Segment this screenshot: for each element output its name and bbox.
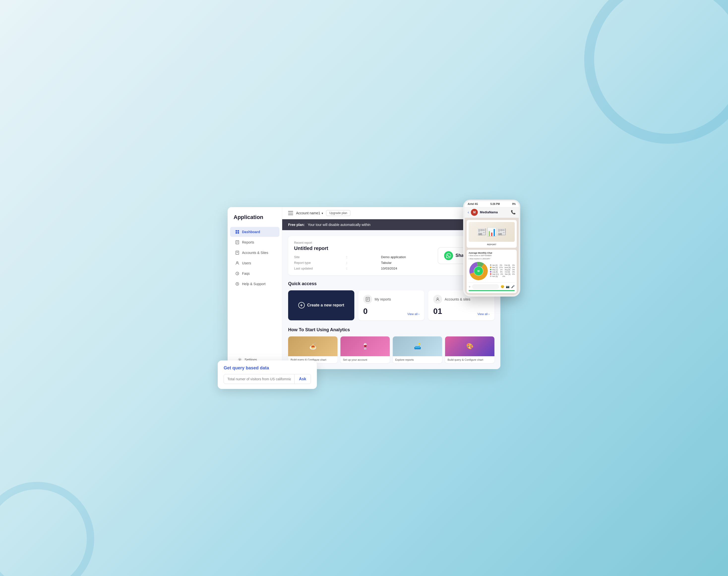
my-reports-header: My reports — [363, 295, 420, 304]
svg-rect-0 — [236, 230, 237, 232]
reports-icon — [235, 240, 240, 244]
accounts-sites-count: 01 — [433, 307, 442, 316]
sidebar-item-faqs[interactable]: ? Faqs — [230, 268, 279, 279]
hamburger-icon[interactable] — [288, 211, 293, 215]
svg-text:?: ? — [237, 272, 238, 275]
tutorial-label-2: Set up your account — [341, 356, 390, 363]
query-input[interactable] — [224, 375, 294, 383]
phone-app-header: ‹ M MediaNama 📞 — [465, 207, 519, 218]
account-selector[interactable]: Account name1 — [296, 211, 323, 215]
create-new-report-button[interactable]: + Create a new report — [288, 290, 354, 320]
chart-bubble: Average Monthly Chat • Most active in SE… — [467, 250, 517, 293]
report-stamp-text: REPORT — [469, 243, 515, 246]
account-chevron-icon — [322, 211, 323, 215]
phone-text-input[interactable] — [472, 284, 499, 289]
query-input-row: Ask — [224, 374, 311, 384]
legend-row-may: May [1] 1% Aug [0] 3% — [490, 269, 515, 270]
tutorial-card-4[interactable]: 🎨 Build query & Configure chart — [445, 337, 494, 363]
users-icon — [235, 261, 240, 265]
sidebar: Application Dashboard — [227, 207, 282, 369]
phone-status-bar: Airtel 4G 5:26 PM 9% — [465, 201, 519, 207]
tutorial-thumb-1: 🍝 — [288, 337, 338, 356]
send-button-bar[interactable] — [469, 290, 515, 291]
svg-rect-3 — [238, 232, 239, 234]
report-image-bubble: 📰📊📰 REPORT — [467, 220, 517, 248]
accounts-sites-view-all[interactable]: View all › — [478, 312, 489, 316]
tutorial-card-1[interactable]: 🍝 Build query & Configure chart — [288, 337, 338, 363]
sidebar-item-dashboard[interactable]: Dashboard — [230, 227, 279, 237]
tutorial-card-3[interactable]: 🛋️ Explore reports — [393, 337, 442, 363]
donut-chart-svg: W — [469, 261, 488, 281]
tutorial-thumb-3: 🛋️ — [393, 337, 442, 356]
report-newspapers-visual: 📰📊📰 — [469, 222, 515, 242]
svg-point-11 — [237, 262, 238, 263]
phone-battery: 9% — [512, 203, 516, 205]
medianama-avatar: M — [471, 209, 478, 216]
phone-mockup: Airtel 4G 5:26 PM 9% ‹ M MediaNama 📞 📰📊📰… — [463, 200, 520, 296]
type-value: Tabular — [381, 261, 438, 265]
updated-label: Last updated — [294, 266, 344, 270]
sidebar-label-help-support: Help & Support — [242, 282, 266, 286]
report-title: Untitled report — [294, 246, 438, 251]
phone-camera-icon[interactable]: 📷 — [506, 285, 510, 288]
tutorial-label-3: Explore reports — [393, 356, 442, 363]
sidebar-item-users[interactable]: Users — [230, 258, 279, 268]
help-icon — [235, 282, 240, 286]
my-reports-label: My reports — [375, 297, 391, 301]
legend-row-jul: July [6] 3% Oct [0] 0% — [490, 271, 515, 273]
report-info: Recent report Untitled report Site : Dem… — [294, 241, 438, 270]
type-label: Report type — [294, 261, 344, 265]
svg-rect-2 — [236, 232, 237, 234]
phone-back-button[interactable]: ‹ — [468, 210, 469, 214]
legend-row-jan: Jan [0] 0% Feb [0] 0% — [490, 264, 515, 266]
my-reports-icon — [363, 295, 372, 304]
legend-row-nov: Nov [0] 0% — [490, 276, 515, 277]
phone-add-icon[interactable]: + — [469, 285, 470, 289]
svg-point-21 — [437, 298, 438, 299]
phone-call-icon[interactable]: 📞 — [511, 210, 516, 214]
scene-container: Application Dashboard — [227, 207, 501, 369]
app-title: Application — [227, 207, 282, 226]
svg-point-16 — [239, 359, 241, 360]
tutorial-label-4: Build query & Configure chart — [445, 356, 494, 363]
phone-time: 5:26 PM — [490, 203, 500, 205]
sidebar-item-accounts-sites[interactable]: Accounts & Sites — [230, 248, 279, 258]
legend-row-sep: Sep [11] 0% Dec [0] 0% — [490, 273, 515, 275]
how-to-title: How To Start Using Analytics — [288, 327, 494, 333]
chart-subtitle-1: • Most active in SEPTEMBER — [469, 255, 515, 256]
ask-button[interactable]: Ask — [294, 374, 311, 384]
chart-title: Average Monthly Chat — [469, 252, 515, 254]
donut-legend: Jan [0] 0% Feb [0] 0% Mar [3] 37% June [… — [490, 264, 515, 278]
accounts-sites-icon — [235, 251, 240, 255]
tutorial-thumb-4: 🎨 — [445, 337, 494, 356]
query-title: Get query based data — [224, 366, 311, 371]
app-window: Application Dashboard — [227, 207, 501, 369]
tutorial-card-2[interactable]: 🍷 Set up your account — [341, 337, 390, 363]
phone-contact-name: MediaNama — [480, 210, 497, 214]
quick-access-grid: + Create a new report — [288, 290, 494, 320]
tutorial-grid: 🍝 Build query & Configure chart 🍷 Set up… — [288, 337, 494, 363]
my-reports-count: 0 — [363, 307, 368, 316]
create-report-label: Create a new report — [307, 303, 344, 308]
sidebar-item-help-support[interactable]: Help & Support — [230, 279, 279, 289]
accounts-sites-stats-row: 01 View all › — [433, 306, 489, 316]
sidebar-label-users: Users — [242, 261, 251, 265]
dashboard-icon — [235, 230, 240, 234]
sidebar-nav: Dashboard Reports — [227, 226, 282, 289]
phone-chat-area: 📰📊📰 REPORT Average Monthly Chat • Most a… — [465, 218, 519, 295]
sidebar-item-reports[interactable]: Reports — [230, 237, 279, 247]
sidebar-label-reports: Reports — [242, 240, 254, 244]
svg-point-15 — [237, 283, 238, 284]
my-reports-view-all[interactable]: View all › — [407, 312, 419, 316]
phone-mic-icon[interactable]: 🎤 — [511, 285, 515, 288]
phone-carrier: Airtel 4G — [468, 203, 478, 205]
upgrade-plan-button[interactable]: Upgrade plan — [326, 210, 350, 216]
phone-emoji-icon[interactable]: 😊 — [501, 285, 504, 288]
plan-label: Free plan: — [288, 223, 305, 227]
svg-rect-1 — [238, 230, 239, 232]
site-label: Site — [294, 255, 344, 259]
donut-chart-container: W Jan [0] 0% Feb [0] 0% Mar [3] 37% June — [469, 261, 515, 281]
account-name: Account name1 — [296, 211, 320, 215]
svg-text:W: W — [477, 270, 480, 272]
site-value: Demo application — [381, 255, 438, 259]
